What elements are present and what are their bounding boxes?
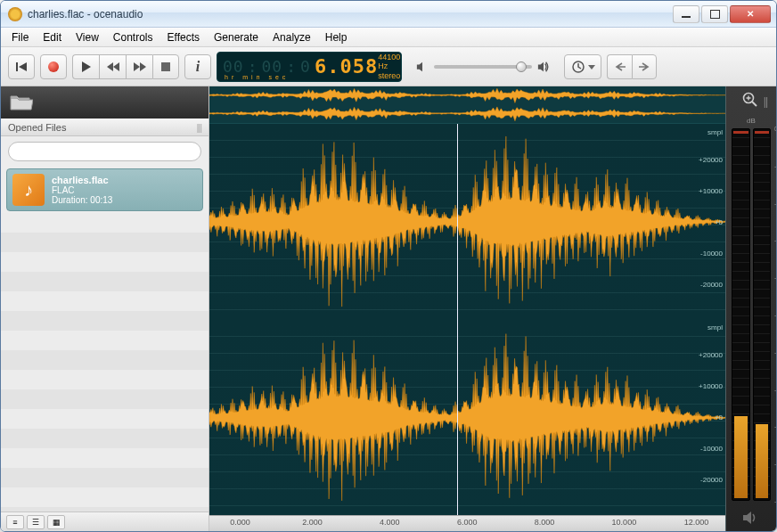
meter-grip-icon[interactable]: ||: [764, 95, 767, 108]
svg-marker-6: [417, 61, 422, 71]
ruler-tick: 6.000: [457, 518, 478, 527]
forward-icon: [134, 62, 146, 71]
file-duration: Duration: 00:13: [52, 195, 112, 205]
svg-marker-7: [538, 61, 544, 71]
time-ruler[interactable]: 0.000 2.000 4.000 6.000 8.000 10.000 12.…: [209, 515, 725, 531]
sample-rate: 44100 Hz: [378, 53, 400, 71]
svg-rect-0: [16, 62, 18, 71]
view-detail-button[interactable]: ☰: [27, 515, 45, 529]
svg-line-13: [752, 102, 757, 106]
forward-button[interactable]: [126, 54, 152, 79]
volume-thumb[interactable]: [516, 61, 527, 72]
zoom-in-icon[interactable]: [742, 92, 758, 108]
svg-marker-3: [113, 62, 119, 71]
ruler-tick: 4.000: [380, 518, 400, 527]
ruler-tick: 12.000: [684, 518, 709, 527]
nav-back-button[interactable]: [607, 54, 632, 79]
sidebar-header: [1, 86, 209, 119]
meter-panel: || dB 0-6-12-18-24-30-36-42-48-54-60: [726, 86, 776, 531]
stop-button[interactable]: [152, 54, 179, 79]
history-button[interactable]: [564, 54, 601, 79]
file-name: charlies.flac: [52, 175, 112, 185]
menu-help[interactable]: Help: [318, 29, 355, 45]
svg-marker-1: [19, 62, 27, 71]
ruler-tick: 0.000: [230, 518, 250, 527]
svg-marker-4: [134, 62, 140, 71]
app-icon: [8, 7, 22, 21]
play-icon: [82, 61, 91, 72]
playhead[interactable]: [457, 124, 458, 515]
level-meter-right: [753, 128, 772, 501]
maximize-button[interactable]: [701, 5, 728, 23]
minimize-button[interactable]: [673, 5, 699, 23]
svg-marker-9: [588, 65, 595, 70]
audio-file-icon: ♪: [12, 174, 45, 206]
volume-high-icon: [537, 61, 550, 73]
menu-file[interactable]: File: [4, 29, 36, 45]
sidebar-panel-title-label: Opened Files: [8, 122, 66, 133]
menu-edit[interactable]: Edit: [36, 29, 69, 45]
menu-generate[interactable]: Generate: [207, 29, 266, 45]
rewind-button[interactable]: [99, 54, 126, 79]
menu-analyze[interactable]: Analyze: [266, 29, 318, 45]
overview-wave: [209, 86, 725, 123]
view-grid-button[interactable]: ▦: [47, 515, 65, 529]
play-button[interactable]: [72, 54, 99, 79]
sidebar-panel-title: Opened Files |||: [1, 119, 209, 136]
svg-marker-5: [140, 62, 146, 71]
output-speaker-icon[interactable]: [742, 510, 760, 526]
db-header: dB: [747, 117, 756, 125]
ruler-tick: 10.000: [612, 518, 637, 527]
waveform-overview[interactable]: [209, 86, 725, 124]
titlebar: charlies.flac - ocenaudio: [1, 1, 776, 28]
volume-slider[interactable]: [434, 65, 532, 69]
waveform-panel: smpl +20000 +10000 +0 -10000 -20000 smpl: [209, 86, 726, 531]
sidebar-footer: ≡ ☰ ▦: [1, 512, 209, 531]
menu-controls[interactable]: Controls: [106, 29, 160, 45]
arrow-left-icon: [615, 62, 626, 71]
file-list-empty: [1, 213, 209, 512]
menu-view[interactable]: View: [69, 29, 106, 45]
svg-marker-2: [107, 62, 113, 71]
clock-icon: [571, 60, 585, 74]
close-button[interactable]: [730, 5, 771, 23]
time-display[interactable]: 00 : 00 : 0 6.058 44100 Hz stereo hr min…: [217, 52, 402, 82]
record-icon: [48, 61, 59, 72]
toolbar: i 00 : 00 : 0 6.058 44100 Hz stereo hr m…: [1, 47, 776, 86]
svg-marker-16: [743, 512, 751, 524]
info-button[interactable]: i: [184, 54, 211, 79]
time-sec: 6.058: [315, 55, 378, 78]
level-meter-left: [732, 128, 750, 501]
waveform-right: [209, 320, 725, 516]
ruler-tick: 2.000: [302, 518, 323, 527]
menu-effects[interactable]: Effects: [160, 29, 207, 45]
goto-start-icon: [15, 61, 28, 72]
info-icon: i: [196, 59, 200, 75]
folder-open-icon[interactable]: [10, 94, 33, 111]
stop-icon: [161, 62, 170, 71]
chevron-down-icon: [588, 63, 595, 70]
ruler-tick: 8.000: [535, 518, 555, 527]
channel-mode: stereo: [378, 71, 400, 80]
menubar: File Edit View Controls Effects Generate…: [1, 28, 776, 47]
waveform-left: [209, 124, 725, 320]
rewind-icon: [107, 62, 119, 71]
view-list-button[interactable]: ≡: [6, 515, 24, 529]
goto-start-button[interactable]: [8, 54, 35, 79]
time-unit-labels: hr min sec: [225, 74, 289, 80]
search-input[interactable]: [8, 142, 201, 161]
waveform-channels[interactable]: smpl +20000 +10000 +0 -10000 -20000 smpl: [209, 124, 725, 515]
arrow-right-icon: [639, 62, 650, 71]
grip-icon[interactable]: |||: [196, 122, 201, 133]
window-title: charlies.flac - ocenaudio: [28, 8, 673, 20]
volume-low-icon: [416, 61, 429, 73]
file-format: FLAC: [52, 185, 112, 195]
file-item[interactable]: ♪ charlies.flac FLAC Duration: 00:13: [6, 168, 203, 211]
nav-forward-button[interactable]: [632, 54, 657, 79]
sidebar: Opened Files ||| ♪ charlies.flac FLAC Du…: [1, 86, 209, 531]
level-meters: 0-6-12-18-24-30-36-42-48-54-60: [728, 128, 774, 501]
record-button[interactable]: [40, 54, 67, 79]
